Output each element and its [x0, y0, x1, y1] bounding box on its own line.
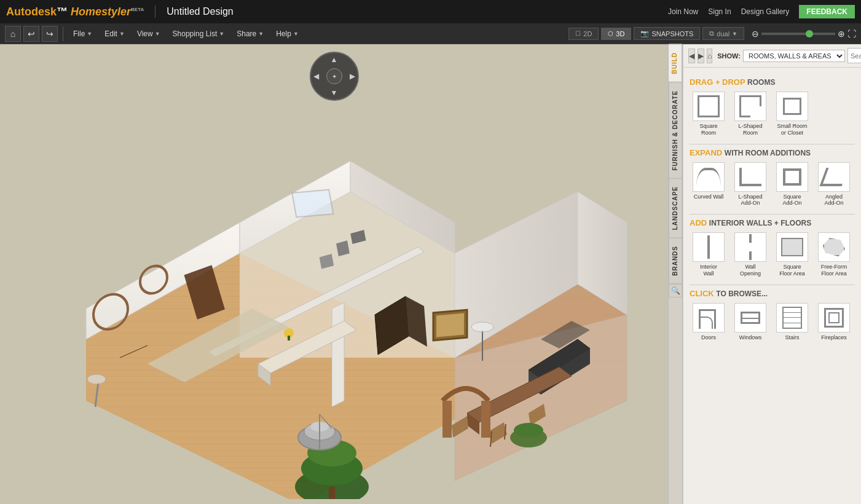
feedback-button[interactable]: FEEDBACK	[799, 5, 855, 18]
toolbar: ⌂ ↩ ↪ File ▼ Edit ▼ View ▼ Shopping List…	[0, 23, 861, 44]
design-title: Untitled Design	[167, 6, 234, 17]
canvas-area[interactable]: ▲ ◀ ✦ ▶ ▼	[0, 44, 668, 504]
fireplaces-icon-box	[818, 303, 850, 333]
design-gallery-link[interactable]: Design Gallery	[741, 7, 790, 16]
small-room-label: Small Roomor Closet	[777, 123, 807, 136]
nav-left-arrow[interactable]: ◀	[313, 72, 319, 81]
interior-walls-header: ADD INTERIOR WALLS + FLOORS	[690, 218, 855, 227]
share-menu[interactable]: Share ▼	[232, 27, 269, 41]
sq-floor-item[interactable]: SquareFloor Area	[773, 232, 811, 277]
l-shaped-add-shape	[739, 168, 761, 186]
svg-rect-36	[288, 336, 290, 341]
magnify-icon[interactable]: 🔍	[669, 284, 682, 297]
nav-center-dot[interactable]: ✦	[326, 68, 342, 84]
angled-add-item[interactable]: AngledAdd-On	[815, 162, 853, 207]
expand-keyword: EXPAND	[690, 148, 722, 157]
stair-step-3	[784, 318, 801, 323]
interior-wall-label: InteriorWall	[700, 264, 717, 277]
windows-item[interactable]: Windows	[731, 303, 769, 341]
app-name: Homestyler	[71, 6, 131, 18]
nav-up-arrow[interactable]: ▲	[331, 55, 338, 64]
side-tabs-container: BUILD FURNISH & DECORATE LANDSCAPE BRAND…	[668, 44, 683, 504]
small-room-item[interactable]: Small Roomor Closet	[773, 92, 811, 136]
zoom-controls: ⊖ ⊕ ⛶	[752, 29, 856, 39]
right-sidebar: ◀ ▶ ⌂ SHOW: ROOMS, WALLS & AREAS 🔍 DRAG …	[683, 44, 861, 504]
stair-step-1	[784, 308, 801, 313]
sign-in-link[interactable]: Sign In	[708, 7, 731, 16]
view-2d-button[interactable]: ☐ 2D	[568, 28, 599, 40]
square-add-shape	[783, 168, 801, 186]
rooms-regular: ROOMS	[747, 78, 775, 87]
svg-point-52	[87, 374, 106, 384]
nav-forward-button[interactable]: ▶	[698, 49, 704, 63]
click-keyword: CLICK	[690, 289, 714, 298]
help-menu[interactable]: Help ▼	[271, 27, 304, 41]
undo-button[interactable]: ↩	[23, 26, 39, 42]
doors-label: Doors	[701, 334, 716, 341]
zoom-out-button[interactable]: ⊖	[752, 29, 759, 39]
camera-icon: 📷	[640, 30, 649, 37]
square-add-item[interactable]: SquareAdd-On	[773, 162, 811, 207]
divider-3	[690, 285, 855, 285]
wall-opening-shape	[746, 234, 755, 260]
square-add-icon-box	[776, 162, 808, 192]
sq-floor-icon-box	[776, 232, 808, 262]
l-shaped-room-item[interactable]: L-ShapedRoom	[731, 92, 769, 136]
toolbar-separator	[63, 26, 63, 41]
room-shapes-grid: SquareRoom L-ShapedRoom Small Roomor Clo…	[690, 92, 855, 136]
nav-right-arrow[interactable]: ▶	[350, 72, 355, 81]
free-floor-item[interactable]: Free-FormFloor Area	[815, 232, 853, 277]
free-floor-label: Free-FormFloor Area	[821, 264, 847, 277]
file-dropdown-arrow: ▼	[87, 31, 92, 37]
view-menu[interactable]: View ▼	[132, 27, 165, 41]
file-menu[interactable]: File ▼	[68, 27, 97, 41]
nav-home-button[interactable]: ⌂	[707, 49, 712, 63]
fireplaces-item[interactable]: Fireplaces	[815, 303, 853, 341]
curved-wall-item[interactable]: Curved Wall	[690, 162, 728, 207]
l-shaped-add-item[interactable]: L-ShapedAdd-On	[731, 162, 769, 207]
additions-grid: Curved Wall L-ShapedAdd-On SquareAdd-On	[690, 162, 855, 207]
square-add-label: SquareAdd-On	[782, 194, 801, 207]
l-shaped-room-shape	[739, 95, 761, 117]
zoom-thumb[interactable]	[806, 30, 813, 37]
sidebar-search-box[interactable]: 🔍	[847, 48, 861, 63]
home-button[interactable]: ⌂	[5, 26, 21, 42]
square-room-item[interactable]: SquareRoom	[690, 92, 728, 136]
square-room-icon-box	[693, 92, 725, 121]
svg-rect-57	[292, 190, 333, 218]
build-tab[interactable]: BUILD	[669, 44, 682, 82]
angled-add-shape	[820, 168, 849, 186]
stairs-label: Stairs	[785, 334, 799, 341]
interior-wall-item[interactable]: InteriorWall	[690, 232, 728, 277]
zoom-in-button[interactable]: ⊕	[838, 29, 845, 39]
join-now-link[interactable]: Join Now	[668, 7, 698, 16]
windows-icon-box	[734, 303, 766, 333]
stairs-item[interactable]: Stairs	[773, 303, 811, 341]
furnish-tab[interactable]: FURNISH & DECORATE	[669, 82, 682, 179]
dual-view-button[interactable]: ⧉ dual ▼	[702, 27, 744, 40]
interior-wall-shape	[707, 235, 710, 259]
zoom-slider[interactable]	[761, 33, 835, 35]
sq-floor-label: SquareFloor Area	[779, 264, 805, 277]
fullscreen-button[interactable]: ⛶	[847, 29, 856, 39]
wall-opening-item[interactable]: WallOpening	[731, 232, 769, 277]
doors-item[interactable]: Doors	[690, 303, 728, 341]
redo-button[interactable]: ↪	[42, 26, 58, 42]
snapshots-button[interactable]: 📷 SNAPSHOTS	[634, 27, 700, 40]
l-shaped-add-icon-box	[734, 162, 766, 192]
shopping-list-menu[interactable]: Shopping List ▼	[168, 27, 230, 41]
edit-menu[interactable]: Edit ▼	[100, 27, 130, 41]
sidebar-search-input[interactable]	[851, 52, 861, 60]
brands-tab[interactable]: BRANDS	[669, 238, 682, 284]
free-floor-shape	[823, 238, 845, 256]
nav-center-icon: ✦	[332, 73, 337, 80]
curved-wall-icon-box	[693, 162, 725, 192]
show-dropdown[interactable]: ROOMS, WALLS & AREAS	[743, 50, 845, 62]
l-shaped-room-icon-box	[734, 92, 766, 121]
nav-back-button[interactable]: ◀	[688, 49, 695, 63]
view-3d-button[interactable]: ⬡ 3D	[601, 28, 631, 40]
view-dropdown-arrow: ▼	[155, 31, 160, 37]
landscape-tab[interactable]: LANDSCAPE	[669, 178, 682, 238]
svg-marker-14	[332, 302, 344, 407]
autodesk-text: Autodesk	[6, 6, 57, 18]
